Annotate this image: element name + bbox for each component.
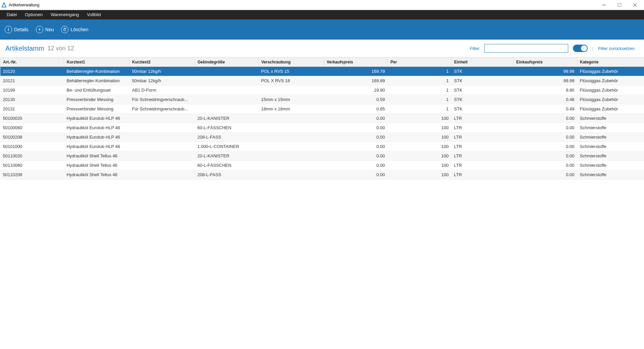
col-header-k2[interactable]: Kurztext2 (129, 57, 195, 67)
table-row[interactable]: 50110208Hydrauliköl Shell Tellus 46208-L… (0, 170, 644, 180)
table-row[interactable]: 10121Behälterregler-Kombination50mbar 12… (0, 76, 644, 86)
cell-per: 1 (388, 76, 451, 86)
cell-vp: 169.79 (324, 67, 388, 76)
cell-k2 (129, 170, 195, 180)
details-button[interactable]: i Details (5, 26, 29, 33)
cell-geb: 20-L-KANISTER (195, 114, 259, 123)
cell-per: 1 (388, 104, 451, 114)
cell-geb: 208-L-FASS (195, 133, 259, 142)
cell-ep: 9.90 (514, 86, 577, 95)
cell-ep: 0.00 (514, 170, 577, 180)
cell-k1: Be- und Entlüftungsset (64, 86, 129, 95)
cell-kat: Flüssiggas Zubehör (577, 76, 644, 86)
table-row[interactable]: 50100060Hydrauliköl Eurolub HLP 4660-L-F… (0, 123, 644, 133)
titlebar: Artikelverwaltung (0, 0, 644, 10)
table-row[interactable]: 50110060Hydrauliköl Shell Tellus 4660-L-… (0, 161, 644, 170)
cell-ver (259, 86, 324, 95)
close-button[interactable] (627, 0, 643, 10)
cell-geb: 1.000-L-CONTAINER (195, 142, 259, 151)
cell-ver (259, 123, 324, 133)
col-header-geb[interactable]: Gebindegröße (195, 57, 259, 67)
menu-optionen[interactable]: Optionen (21, 10, 47, 19)
table-row[interactable]: 10199Be- und EntlüftungssetAB1 D-Form19.… (0, 86, 644, 95)
table-row[interactable]: 20131Pressverbinder MessingFür Schneidri… (0, 104, 644, 114)
maximize-button[interactable] (612, 0, 627, 10)
table-row[interactable]: 20130Pressverbinder MessingFür Schneidri… (0, 95, 644, 104)
cell-ein: LTR (451, 151, 514, 161)
reset-filter-link[interactable]: Filter zurücksetzen (598, 46, 635, 51)
cell-ver (259, 170, 324, 180)
cell-kat: Flüssiggas Zubehör (577, 67, 644, 76)
cell-k2: 50mbar 12kg/h (129, 76, 195, 86)
cell-ein: STK (451, 95, 514, 104)
cell-ep: 99.99 (514, 76, 577, 86)
cell-ein: LTR (451, 123, 514, 133)
col-header-ver[interactable]: Verschraubung (259, 57, 324, 67)
separator: | (592, 46, 593, 51)
col-header-k1[interactable]: Kurztext1 (64, 57, 129, 67)
col-header-per[interactable]: Per (388, 57, 451, 67)
filter-toggle[interactable] (573, 45, 588, 52)
filter-input[interactable] (484, 44, 568, 53)
cell-k1: Hydrauliköl Eurolub HLP 46 (64, 142, 129, 151)
cell-ein: STK (451, 67, 514, 76)
menu-datei[interactable]: Datei (3, 10, 21, 19)
cell-geb: 60-L-FÄSSCHEN (195, 161, 259, 170)
cell-kat: Schmierstoffe (577, 133, 644, 142)
menu-vollbild[interactable]: Vollbild (83, 10, 105, 19)
cell-k1: Hydrauliköl Eurolub HLP 46 (64, 123, 129, 133)
cell-vp: 0.00 (324, 142, 388, 151)
cell-ep: 99.99 (514, 67, 577, 76)
cell-kat: Flüssiggas Zubehör (577, 95, 644, 104)
cell-kat: Flüssiggas Zubehör (577, 104, 644, 114)
col-header-kat[interactable]: Kategorie (577, 57, 644, 67)
minimize-button[interactable] (596, 0, 612, 10)
cell-vp: 0.59 (324, 95, 388, 104)
cell-per: 100 (388, 151, 451, 161)
cell-ver: POL x RVS 15 (259, 67, 324, 76)
cell-vp: 0.00 (324, 161, 388, 170)
cell-vp: 19.90 (324, 86, 388, 95)
cell-k1: Hydrauliköl Shell Tellus 46 (64, 151, 129, 161)
col-header-vp[interactable]: Verkaufspreis (324, 57, 388, 67)
menu-wareneingang[interactable]: Wareneingang (47, 10, 83, 19)
cell-k1: Hydrauliköl Eurolub HLP 46 (64, 114, 129, 123)
cell-kat: Schmierstoffe (577, 142, 644, 151)
cell-art: 50100020 (0, 114, 64, 123)
col-header-art[interactable]: Art.-Nr. (0, 57, 64, 67)
cell-per: 100 (388, 161, 451, 170)
table-header-row: Art.-Nr. Kurztext1 Kurztext2 Gebindegröß… (0, 57, 644, 67)
table-row[interactable]: 50101000Hydrauliköl Eurolub HLP 461.000-… (0, 142, 644, 151)
cell-k2 (129, 151, 195, 161)
table-row[interactable]: 50110020Hydrauliköl Shell Tellus 4620-L-… (0, 151, 644, 161)
cell-per: 100 (388, 133, 451, 142)
article-table: Art.-Nr. Kurztext1 Kurztext2 Gebindegröß… (0, 57, 644, 180)
cell-geb (195, 76, 259, 86)
cell-ver (259, 151, 324, 161)
cell-geb (195, 67, 259, 76)
cell-art: 50110208 (0, 170, 64, 180)
cell-k1: Pressverbinder Messing (64, 95, 129, 104)
cell-geb: 20-L-KANISTER (195, 151, 259, 161)
cell-ver (259, 133, 324, 142)
cell-ep: 0.00 (514, 161, 577, 170)
cell-geb: 60-L-FÄSSCHEN (195, 123, 259, 133)
cell-ep: 0.00 (514, 133, 577, 142)
record-count: 12 von 12 (48, 45, 74, 52)
col-header-ep[interactable]: Einkaufspreis (514, 57, 577, 67)
info-icon: i (5, 26, 12, 33)
cell-k1: Pressverbinder Messing (64, 104, 129, 114)
cell-k2 (129, 114, 195, 123)
page-title: Artikelstamm (5, 45, 44, 52)
loeschen-button[interactable]: Löschen (61, 26, 88, 33)
neu-button[interactable]: + Neu (36, 26, 54, 33)
cell-ver: 15mm x 15mm (259, 95, 324, 104)
table-row[interactable]: 50100020Hydrauliköl Eurolub HLP 4620-L-K… (0, 114, 644, 123)
table-row[interactable]: 50100208Hydrauliköl Eurolub HLP 46208-L-… (0, 133, 644, 142)
cell-art: 50110060 (0, 161, 64, 170)
col-header-ein[interactable]: Einheit (451, 57, 514, 67)
cell-ep: 0.49 (514, 104, 577, 114)
cell-vp: 0.00 (324, 133, 388, 142)
table-body: 10120Behälterregler-Kombination50mbar 12… (0, 67, 644, 180)
table-row[interactable]: 10120Behälterregler-Kombination50mbar 12… (0, 67, 644, 76)
